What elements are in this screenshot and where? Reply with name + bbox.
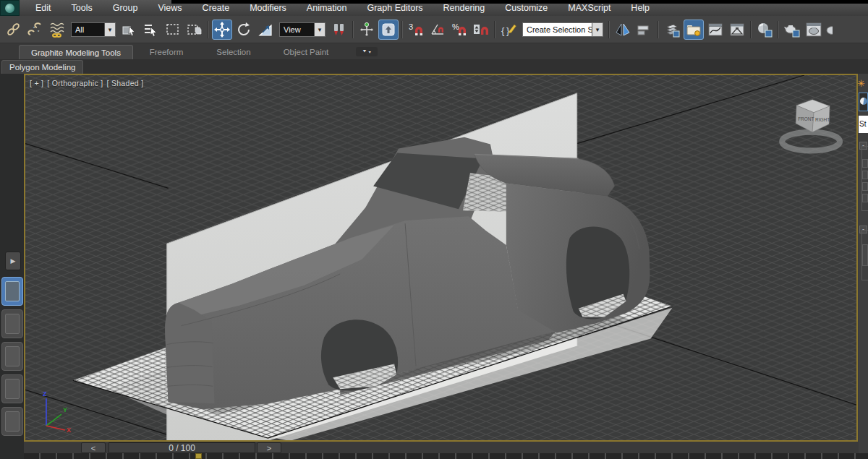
toolbar-separator <box>750 21 752 38</box>
manage-layers-button[interactable] <box>662 20 682 40</box>
percent-snap-toggle-button[interactable]: % <box>449 20 469 40</box>
select-by-name-button[interactable] <box>141 20 161 40</box>
select-by-name-icon <box>142 21 160 38</box>
panel-tab-polygon-modeling[interactable]: Polygon Modeling <box>1 60 83 74</box>
lights-category-icon[interactable]: ✳ <box>857 78 865 89</box>
viewcube-right-label: RIGHT <box>815 117 830 122</box>
subobject-button[interactable] <box>1 374 23 403</box>
material-editor-button[interactable] <box>754 20 775 40</box>
named-selection-sets-combo[interactable]: Create Selection Se ▾ <box>522 22 603 37</box>
timeline-left-fill <box>0 442 24 459</box>
use-pivot-point-center-button[interactable] <box>329 20 349 40</box>
app-logo-icon <box>5 4 14 13</box>
subobject-icon <box>5 346 20 366</box>
time-slider-marker[interactable] <box>195 453 202 459</box>
subobject-button[interactable] <box>1 342 23 371</box>
toolbar-separator <box>401 21 403 38</box>
expand-arrow-icon: ▶ <box>11 257 16 265</box>
manage-layers-icon <box>663 21 681 38</box>
reference-coordinate-system-combo[interactable]: View ▾ <box>279 22 326 37</box>
select-object-button[interactable] <box>119 20 140 40</box>
select-and-scale-icon <box>257 21 274 38</box>
align-icon <box>636 21 653 38</box>
rollout-button[interactable] <box>862 159 868 168</box>
select-and-scale-button[interactable] <box>255 20 276 40</box>
rendered-frame-window-icon <box>805 21 822 38</box>
edit-named-selection-sets-icon: {} <box>500 21 517 38</box>
edit-named-selection-sets-button[interactable]: {} <box>498 20 519 40</box>
window-crossing-toggle-button[interactable] <box>184 20 205 40</box>
subobject-icon <box>5 379 20 399</box>
curve-editor-button[interactable] <box>705 20 726 40</box>
select-and-manipulate-button[interactable] <box>357 20 377 40</box>
select-and-manipulate-icon <box>358 21 375 38</box>
tab-freeform[interactable]: Freeform <box>141 45 192 59</box>
menu-tools[interactable]: Tools <box>61 0 103 16</box>
snaps-toggle-3d-button[interactable]: 3 <box>406 20 426 40</box>
menu-edit[interactable]: Edit <box>25 0 61 16</box>
select-and-move-button[interactable] <box>212 20 232 40</box>
select-and-rotate-button[interactable] <box>234 20 254 40</box>
select-and-link-icon <box>5 21 22 38</box>
rendered-frame-window-button[interactable] <box>804 20 824 40</box>
mirror-icon <box>614 21 631 38</box>
ribbon-tab-bar: Graphite Modeling Tools Freeform Selecti… <box>0 44 868 59</box>
next-frame-button[interactable]: > <box>257 442 281 453</box>
track-bar[interactable] <box>24 453 868 459</box>
previous-frame-button[interactable]: < <box>81 442 106 453</box>
toolbar-separator <box>208 21 209 38</box>
graphite-modeling-tools-toggle-button[interactable] <box>684 20 704 40</box>
render-setup-button[interactable] <box>782 20 802 40</box>
geometry-category-button[interactable] <box>859 93 868 111</box>
rollout-button[interactable] <box>862 194 868 202</box>
angle-snap-toggle-button[interactable] <box>427 20 448 40</box>
schematic-view-icon <box>728 21 746 38</box>
rollout-button[interactable] <box>862 244 868 266</box>
viewport-canvas[interactable]: Z Y X FRONT RIGHT [ + ] [ Orthographic ]… <box>24 74 858 442</box>
timeline-bar: < 0 / 100 > <box>24 442 858 453</box>
rollout-button[interactable] <box>862 182 868 191</box>
viewport-scene: Z Y X FRONT RIGHT <box>25 75 856 440</box>
toolbar-separator <box>778 21 779 38</box>
unlink-selection-button[interactable]: ** <box>25 20 46 40</box>
spinner-snap-toggle-button[interactable] <box>471 20 491 40</box>
menu-group[interactable]: Group <box>103 0 148 16</box>
viewport-menu-pov[interactable]: [ Orthographic ] <box>47 79 103 87</box>
tab-graphite-modeling-tools[interactable]: Graphite Modeling Tools <box>19 45 133 59</box>
align-button[interactable] <box>634 20 655 40</box>
select-and-link-button[interactable] <box>4 20 24 40</box>
viewport-menu-general[interactable]: [ + ] <box>30 79 43 87</box>
viewport-label: [ + ] [ Orthographic ] [ Shaded ] <box>30 79 143 87</box>
bind-to-space-warp-button[interactable] <box>47 20 67 40</box>
render-production-button[interactable] <box>825 20 833 40</box>
menu-bar: Edit Tools Group Views Create Modifiers … <box>0 0 868 16</box>
subobject-button[interactable] <box>1 309 23 338</box>
chevron-down-icon: ▾ <box>592 23 603 36</box>
selection-filter-combo[interactable]: All ▾ <box>71 22 116 37</box>
viewport-menu-shading[interactable]: [ Shaded ] <box>106 79 143 87</box>
frame-counter-field[interactable]: 0 / 100 <box>109 442 255 453</box>
tab-object-paint[interactable]: Object Paint <box>276 45 336 59</box>
window-crossing-icon <box>186 21 203 38</box>
render-production-icon <box>825 21 833 38</box>
chevron-down-icon: ▾ <box>104 23 115 36</box>
ribbon-overflow-button[interactable]: ⯆ ▾ <box>356 47 378 56</box>
subobject-button-selected[interactable] <box>1 277 23 306</box>
subobject-button[interactable] <box>1 407 23 436</box>
rollout-button[interactable] <box>862 171 868 179</box>
expand-panel-button[interactable]: ▶ <box>5 252 21 270</box>
schematic-view-button[interactable] <box>727 20 747 40</box>
command-panel-sliver: ✳ St - - <box>859 74 868 459</box>
keyboard-shortcut-override-toggle-button[interactable] <box>378 20 399 40</box>
chevron-down-icon: ▾ <box>314 23 325 36</box>
application-button[interactable] <box>0 0 20 16</box>
graphite-modeling-tools-icon <box>685 21 702 38</box>
mirror-button[interactable] <box>613 20 633 40</box>
toolbar-separator <box>658 21 659 38</box>
object-category-dropdown[interactable]: St <box>859 116 868 133</box>
tab-selection[interactable]: Selection <box>208 45 259 59</box>
spinner-snap-toggle-icon <box>472 21 490 38</box>
selection-filter-value: All <box>72 25 104 34</box>
snaps-toggle-3d-icon: 3 <box>407 21 425 38</box>
rectangular-selection-region-button[interactable] <box>163 20 183 40</box>
